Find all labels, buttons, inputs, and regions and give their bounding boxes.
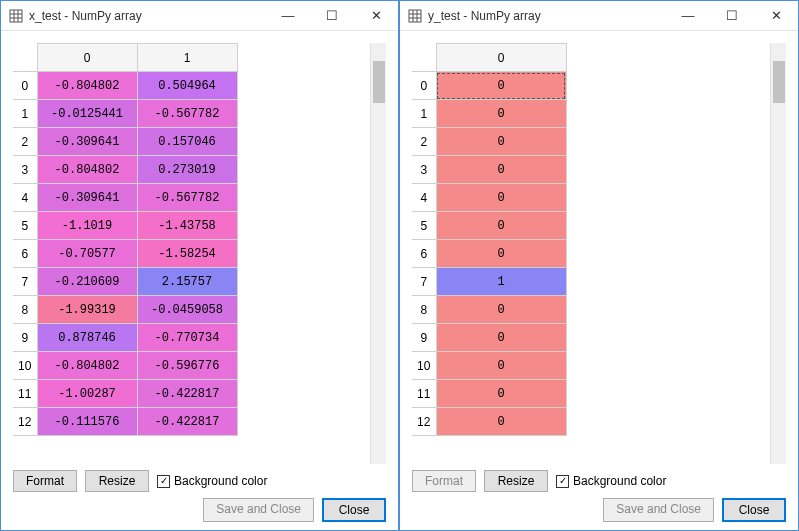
titlebar[interactable]: x_test - NumPy array—☐✕ — [1, 1, 398, 31]
data-cell[interactable]: -1.43758 — [137, 212, 237, 240]
data-cell[interactable]: -1.58254 — [137, 240, 237, 268]
close-button[interactable]: Close — [722, 498, 786, 522]
data-cell[interactable]: -0.422817 — [137, 380, 237, 408]
data-cell[interactable]: -0.210609 — [37, 268, 137, 296]
table-row: 00 — [412, 72, 566, 100]
data-cell[interactable]: -0.596776 — [137, 352, 237, 380]
array-table: 010-0.8048020.5049641-0.0125441-0.567782… — [13, 43, 238, 436]
data-cell[interactable]: 0 — [436, 72, 566, 100]
column-header[interactable]: 0 — [37, 44, 137, 72]
data-cell[interactable]: -0.567782 — [137, 184, 237, 212]
resize-button[interactable]: Resize — [484, 470, 548, 492]
row-header[interactable]: 3 — [412, 156, 436, 184]
data-cell[interactable]: -0.804802 — [37, 156, 137, 184]
minimize-window-button[interactable]: — — [266, 1, 310, 31]
data-cell[interactable]: 0 — [436, 408, 566, 436]
row-header[interactable]: 5 — [412, 212, 436, 240]
table-row: 90 — [412, 324, 566, 352]
data-cell[interactable]: 0 — [436, 128, 566, 156]
maximize-window-button[interactable]: ☐ — [710, 1, 754, 31]
minimize-window-button[interactable]: — — [666, 1, 710, 31]
row-header[interactable]: 0 — [13, 72, 37, 100]
row-header[interactable]: 3 — [13, 156, 37, 184]
grid-area[interactable]: 000102030405060718090100110120 — [412, 43, 770, 464]
row-header[interactable]: 5 — [13, 212, 37, 240]
table-row: 90.878746-0.770734 — [13, 324, 237, 352]
data-cell[interactable]: 0 — [436, 380, 566, 408]
row-header[interactable]: 1 — [13, 100, 37, 128]
data-cell[interactable]: -0.770734 — [137, 324, 237, 352]
data-cell[interactable]: 2.15757 — [137, 268, 237, 296]
data-cell[interactable]: 0.878746 — [37, 324, 137, 352]
data-cell[interactable]: 0 — [436, 100, 566, 128]
data-cell[interactable]: -1.00287 — [37, 380, 137, 408]
row-header[interactable]: 8 — [13, 296, 37, 324]
row-header[interactable]: 4 — [13, 184, 37, 212]
row-header[interactable]: 10 — [412, 352, 436, 380]
data-cell[interactable]: 0 — [436, 156, 566, 184]
window-x_test: x_test - NumPy array—☐✕010-0.8048020.504… — [0, 0, 399, 531]
row-header[interactable]: 6 — [412, 240, 436, 268]
row-header[interactable]: 2 — [412, 128, 436, 156]
data-cell[interactable]: -1.99319 — [37, 296, 137, 324]
row-header[interactable]: 12 — [13, 408, 37, 436]
scroll-thumb[interactable] — [373, 61, 385, 103]
scroll-thumb[interactable] — [773, 61, 785, 103]
data-cell[interactable]: -0.804802 — [37, 352, 137, 380]
data-cell[interactable]: -0.0459058 — [137, 296, 237, 324]
column-header[interactable]: 0 — [436, 44, 566, 72]
data-cell[interactable]: 0 — [436, 324, 566, 352]
row-header[interactable]: 7 — [13, 268, 37, 296]
data-cell[interactable]: 0 — [436, 212, 566, 240]
row-header[interactable]: 7 — [412, 268, 436, 296]
row-header[interactable]: 9 — [13, 324, 37, 352]
data-cell[interactable]: 0.273019 — [137, 156, 237, 184]
row-header[interactable]: 10 — [13, 352, 37, 380]
row-header[interactable]: 8 — [412, 296, 436, 324]
table-row: 0-0.8048020.504964 — [13, 72, 237, 100]
row-header[interactable]: 11 — [13, 380, 37, 408]
row-header[interactable]: 1 — [412, 100, 436, 128]
column-header[interactable]: 1 — [137, 44, 237, 72]
data-cell[interactable]: -0.309641 — [37, 184, 137, 212]
data-cell[interactable]: -0.111576 — [37, 408, 137, 436]
table-row: 12-0.111576-0.422817 — [13, 408, 237, 436]
format-button[interactable]: Format — [13, 470, 77, 492]
toolbar: FormatResize✓Background color — [13, 464, 386, 494]
data-cell[interactable]: -0.567782 — [137, 100, 237, 128]
row-header[interactable]: 12 — [412, 408, 436, 436]
data-cell[interactable]: -0.422817 — [137, 408, 237, 436]
row-header[interactable]: 0 — [412, 72, 436, 100]
data-cell[interactable]: 0 — [436, 184, 566, 212]
data-cell[interactable]: -0.309641 — [37, 128, 137, 156]
corner-cell — [412, 44, 436, 72]
bgcolor-checkbox[interactable]: ✓Background color — [556, 474, 666, 488]
bgcolor-checkbox[interactable]: ✓Background color — [157, 474, 267, 488]
row-header[interactable]: 11 — [412, 380, 436, 408]
vertical-scrollbar[interactable] — [370, 43, 386, 464]
row-header[interactable]: 6 — [13, 240, 37, 268]
titlebar[interactable]: y_test - NumPy array—☐✕ — [400, 1, 798, 31]
data-cell[interactable]: 0.157046 — [137, 128, 237, 156]
data-cell[interactable]: 0.504964 — [137, 72, 237, 100]
data-cell[interactable]: -0.70577 — [37, 240, 137, 268]
data-cell[interactable]: -0.804802 — [37, 72, 137, 100]
data-cell[interactable]: -0.0125441 — [37, 100, 137, 128]
close-window-button[interactable]: ✕ — [754, 1, 798, 31]
data-cell[interactable]: 0 — [436, 240, 566, 268]
dialog-footer: Save and CloseClose — [13, 494, 386, 522]
close-window-button[interactable]: ✕ — [354, 1, 398, 31]
data-cell[interactable]: 0 — [436, 352, 566, 380]
maximize-window-button[interactable]: ☐ — [310, 1, 354, 31]
row-header[interactable]: 2 — [13, 128, 37, 156]
resize-button[interactable]: Resize — [85, 470, 149, 492]
data-cell[interactable]: -1.1019 — [37, 212, 137, 240]
vertical-scrollbar[interactable] — [770, 43, 786, 464]
data-cell[interactable]: 0 — [436, 296, 566, 324]
close-button[interactable]: Close — [322, 498, 386, 522]
data-cell[interactable]: 1 — [436, 268, 566, 296]
grid-area[interactable]: 010-0.8048020.5049641-0.0125441-0.567782… — [13, 43, 370, 464]
row-header[interactable]: 4 — [412, 184, 436, 212]
row-header[interactable]: 9 — [412, 324, 436, 352]
table-row: 30 — [412, 156, 566, 184]
